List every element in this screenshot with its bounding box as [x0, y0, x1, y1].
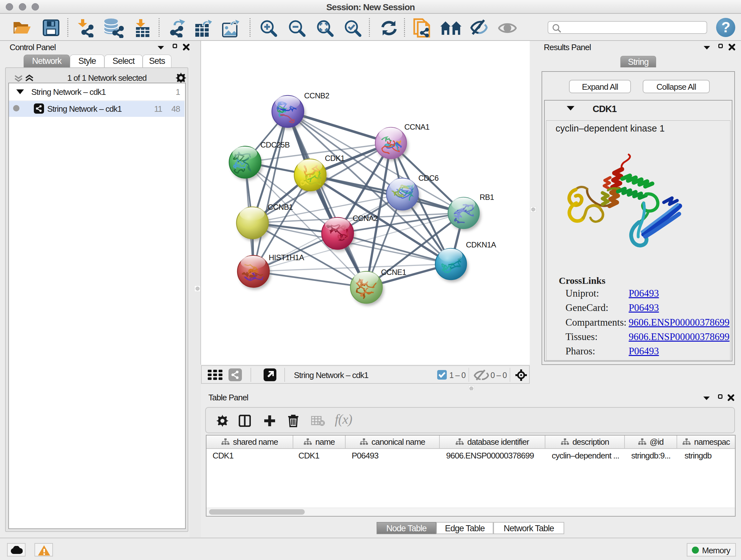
- svg-text:CDK1: CDK1: [325, 154, 345, 163]
- svg-text:CDKN1A: CDKN1A: [466, 240, 496, 249]
- svg-text:CCNB2: CCNB2: [304, 91, 329, 100]
- svg-text:CCNA2: CCNA2: [353, 214, 378, 223]
- svg-text:RB1: RB1: [480, 193, 494, 201]
- svg-text:CCNA1: CCNA1: [404, 123, 429, 131]
- svg-text:HIST1H1A: HIST1H1A: [269, 253, 304, 262]
- svg-text:CDC25B: CDC25B: [260, 140, 290, 149]
- svg-text:CCNE1: CCNE1: [381, 268, 406, 276]
- svg-text:CDC6: CDC6: [418, 174, 439, 182]
- svg-text:CCNB1: CCNB1: [268, 203, 293, 211]
